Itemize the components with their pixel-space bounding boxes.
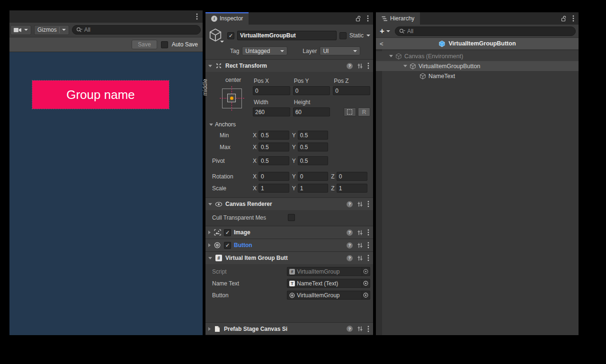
scale-y-field[interactable]: 1 — [298, 184, 329, 193]
help-icon[interactable]: ? — [347, 326, 353, 332]
static-checkbox[interactable] — [339, 32, 347, 39]
save-button[interactable]: Save — [132, 40, 157, 49]
gameobject-active-checkbox[interactable]: ✓ — [227, 32, 234, 39]
anchor-min-x-field[interactable]: 0.5 — [258, 131, 289, 140]
virtual-item-group-button-header[interactable]: # Virtual Item Group Butt ? — [205, 251, 373, 264]
rect-transform-header[interactable]: Rect Transform ? — [205, 59, 373, 72]
width-field[interactable]: 260 — [253, 107, 290, 116]
pos-x-field[interactable]: 0 — [253, 86, 290, 95]
group-name-button-preview[interactable]: Group name — [32, 80, 169, 109]
camera-dropdown-button[interactable] — [10, 25, 31, 35]
anchor-preset-widget[interactable] — [220, 86, 244, 111]
image-component-header[interactable]: ✓ Image ? — [205, 226, 373, 239]
help-icon[interactable]: ? — [347, 230, 353, 236]
create-object-button[interactable]: + — [379, 27, 391, 36]
help-icon[interactable]: ? — [347, 255, 353, 261]
foldout-closed-icon[interactable] — [208, 243, 211, 247]
foldout-open-icon[interactable] — [208, 203, 212, 205]
prefab-name-label: VirtualItemGroupButton — [448, 40, 516, 47]
pos-z-field[interactable]: 0 — [333, 86, 370, 95]
presets-icon[interactable] — [357, 230, 363, 236]
foldout-open-icon[interactable] — [403, 65, 407, 67]
script-object-field[interactable]: # VirtualItemGroup — [287, 267, 370, 276]
name-text-object-field[interactable]: T NameText (Text) — [287, 279, 370, 288]
name-text-label: Name Text — [212, 280, 287, 287]
tag-dropdown[interactable]: Untagged — [242, 46, 287, 55]
chevron-down-icon — [24, 29, 28, 31]
prefab-mode-header[interactable]: < VirtualItemGroupButton — [376, 38, 579, 49]
raw-edit-mode-button[interactable]: R — [358, 107, 370, 116]
component-menu-kebab-icon[interactable] — [367, 242, 369, 249]
component-menu-kebab-icon[interactable] — [367, 326, 369, 332]
button-enabled-checkbox[interactable]: ✓ — [224, 242, 231, 249]
tree-item-nametext[interactable]: NameText — [376, 71, 579, 81]
button-component-header[interactable]: ✓ Button ? — [205, 239, 373, 251]
auto-save-checkbox[interactable] — [161, 41, 168, 48]
tab-inspector[interactable]: i Inspector — [205, 12, 249, 25]
inspector-menu-kebab-icon[interactable] — [367, 15, 369, 22]
hierarchy-menu-kebab-icon[interactable] — [572, 15, 574, 22]
height-field[interactable]: 60 — [293, 107, 330, 116]
gizmos-dropdown-button[interactable]: Gizmos — [34, 25, 69, 35]
hierarchy-icon — [382, 16, 388, 21]
presets-icon[interactable] — [357, 201, 363, 207]
foldout-open-icon[interactable] — [208, 65, 212, 67]
foldout-closed-icon[interactable] — [208, 327, 211, 331]
rotation-z-field[interactable]: 0 — [337, 172, 367, 181]
object-picker-icon[interactable] — [362, 267, 369, 275]
pivot-y-field[interactable]: 0.5 — [298, 156, 329, 165]
anchor-min-y-field[interactable]: 0.5 — [298, 131, 329, 140]
lock-icon[interactable] — [561, 16, 567, 22]
presets-icon[interactable] — [357, 255, 363, 261]
object-picker-icon[interactable] — [362, 279, 369, 287]
object-picker-icon[interactable] — [362, 291, 369, 299]
prefab-stage-canvas-header[interactable]: Prefab Stage Canvas Si ? — [205, 322, 373, 335]
foldout-closed-icon[interactable] — [208, 231, 211, 234]
pos-y-field[interactable]: 0 — [293, 86, 330, 95]
presets-icon[interactable] — [357, 242, 363, 249]
blueprint-mode-button[interactable] — [344, 107, 356, 116]
presets-icon[interactable] — [357, 326, 363, 332]
help-icon[interactable]: ? — [347, 63, 353, 69]
back-arrow-icon[interactable]: < — [380, 40, 383, 47]
help-icon[interactable]: ? — [347, 201, 353, 207]
static-dropdown-icon[interactable] — [366, 35, 370, 36]
layer-dropdown[interactable]: UI — [320, 46, 360, 55]
presets-icon[interactable] — [357, 63, 363, 69]
anchors-foldout[interactable]: Anchors — [205, 121, 370, 128]
scene-search-input[interactable] — [84, 27, 196, 33]
help-icon[interactable]: ? — [347, 242, 353, 249]
button-object-field[interactable]: VirtualItemGroup — [287, 291, 370, 300]
prefab-isolation-gutter — [376, 49, 382, 335]
scale-x-field[interactable]: 1 — [258, 184, 289, 193]
component-menu-kebab-icon[interactable] — [367, 201, 369, 207]
scale-z-field[interactable]: 1 — [337, 184, 367, 193]
image-enabled-checkbox[interactable]: ✓ — [224, 229, 231, 236]
layer-label: Layer — [303, 48, 317, 54]
hierarchy-search-field[interactable] — [395, 27, 576, 36]
canvas-renderer-header[interactable]: Canvas Renderer ? — [205, 197, 373, 210]
rotation-y-field[interactable]: 0 — [298, 172, 329, 181]
hierarchy-panel: Hierarchy + — [376, 12, 579, 335]
tab-hierarchy[interactable]: Hierarchy — [376, 12, 420, 25]
component-menu-kebab-icon[interactable] — [367, 255, 369, 261]
scene-viewport[interactable]: Group name — [9, 52, 203, 335]
scene-menu-kebab-icon[interactable] — [196, 13, 198, 20]
anchor-max-x-field[interactable]: 0.5 — [258, 142, 289, 151]
anchor-max-y-field[interactable]: 0.5 — [298, 142, 329, 151]
gameobject-name-input[interactable] — [237, 31, 337, 40]
foldout-open-icon[interactable] — [208, 257, 212, 259]
pivot-x-field[interactable]: 0.5 — [258, 156, 289, 165]
hierarchy-search-input[interactable] — [407, 28, 571, 35]
tree-item-label: Canvas (Environment) — [404, 53, 463, 60]
foldout-open-icon[interactable] — [389, 55, 393, 57]
component-menu-kebab-icon[interactable] — [367, 229, 369, 236]
scene-search-field[interactable] — [72, 25, 201, 35]
tree-item-virtualitemgroupbutton[interactable]: VirtualItemGroupButton — [376, 61, 579, 71]
rotation-x-field[interactable]: 0 — [258, 172, 289, 181]
tree-item-canvas[interactable]: Canvas (Environment) — [376, 51, 579, 61]
gameobject-cube-icon[interactable] — [208, 28, 224, 43]
lock-icon[interactable] — [356, 16, 361, 22]
component-menu-kebab-icon[interactable] — [367, 62, 369, 69]
cull-transparent-mesh-checkbox[interactable] — [288, 214, 295, 221]
